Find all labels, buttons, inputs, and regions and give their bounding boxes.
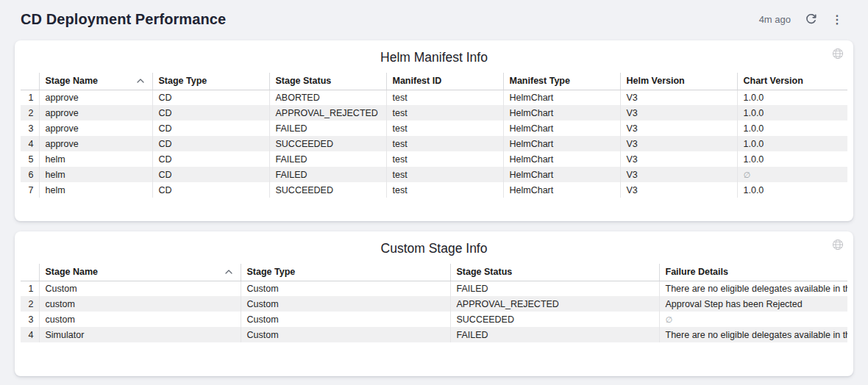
table-cell: FAILED bbox=[450, 281, 659, 296]
table-cell: V3 bbox=[620, 167, 737, 182]
table-cell: V3 bbox=[620, 90, 737, 105]
null-value-glyph: ∅ bbox=[666, 315, 673, 324]
table-cell: 1.0.0 bbox=[737, 136, 847, 151]
table-cell: 1.0.0 bbox=[737, 90, 847, 105]
kebab-menu-icon[interactable]: ⋮ bbox=[831, 14, 843, 26]
table-cell: V3 bbox=[620, 105, 737, 120]
column-header-label: Stage Name bbox=[46, 76, 99, 86]
column-header-helm-version[interactable]: Helm Version bbox=[620, 73, 737, 90]
table-cell: CD bbox=[152, 182, 269, 198]
table-cell: test bbox=[386, 136, 503, 151]
table-cell: SUCCEEDED bbox=[450, 312, 659, 327]
table-cell: SUCCEEDED bbox=[269, 136, 386, 151]
table-cell: 1.0.0 bbox=[737, 105, 847, 120]
table-cell: test bbox=[386, 167, 503, 182]
globe-icon[interactable] bbox=[832, 239, 844, 253]
header-actions: 4m ago ⋮ bbox=[759, 13, 843, 26]
table-cell: test bbox=[386, 105, 503, 120]
refresh-icon[interactable] bbox=[805, 13, 817, 26]
table-cell: helm bbox=[39, 167, 152, 182]
column-header-label: Stage Status bbox=[276, 76, 332, 86]
table-row: 4SimulatorCustomFAILEDThere are no eligi… bbox=[21, 327, 847, 342]
null-value-glyph: ∅ bbox=[744, 170, 751, 179]
column-header-label: Manifest Type bbox=[510, 76, 570, 86]
table-cell: HelmChart bbox=[503, 167, 620, 182]
table-cell: CD bbox=[152, 90, 269, 105]
table-row: 2approveCDAPPROVAL_REJECTEDtestHelmChart… bbox=[21, 105, 847, 120]
table-cell: CD bbox=[152, 151, 269, 167]
column-header-label: Stage Status bbox=[457, 267, 513, 277]
row-number: 3 bbox=[21, 312, 39, 327]
table-cell: Custom bbox=[241, 296, 450, 312]
table-cell: FAILED bbox=[269, 120, 386, 136]
column-header-stage-name[interactable]: Stage Name bbox=[39, 73, 152, 90]
table-cell: HelmChart bbox=[503, 182, 620, 198]
table-row: 6helmCDFAILEDtestHelmChartV3∅ bbox=[21, 167, 847, 182]
column-header-chart-version[interactable]: Chart Version bbox=[737, 73, 847, 90]
table-cell: Custom bbox=[241, 281, 450, 296]
column-header-manifest-id[interactable]: Manifest ID bbox=[386, 73, 503, 90]
table-row: 1CustomCustomFAILEDThere are no eligible… bbox=[21, 281, 847, 296]
column-header-label: Stage Type bbox=[159, 76, 207, 86]
table-cell: test bbox=[386, 151, 503, 167]
custom-stage-info-tile: Custom Stage Info Stage NameStage TypeSt… bbox=[15, 231, 853, 376]
table-cell: V3 bbox=[620, 151, 737, 167]
table-cell: ∅ bbox=[659, 312, 847, 327]
row-number: 1 bbox=[21, 281, 39, 296]
sort-asc-icon bbox=[225, 270, 232, 274]
row-number: 7 bbox=[21, 182, 39, 198]
helm-manifest-table: Stage NameStage TypeStage StatusManifest… bbox=[21, 73, 847, 198]
table-cell: CD bbox=[152, 167, 269, 182]
column-header-stage-status[interactable]: Stage Status bbox=[269, 73, 386, 90]
column-header-stage-type[interactable]: Stage Type bbox=[241, 264, 450, 281]
column-header-stage-name[interactable]: Stage Name bbox=[39, 264, 241, 281]
table-cell: Custom bbox=[39, 281, 241, 296]
table-cell: FAILED bbox=[269, 151, 386, 167]
row-number: 5 bbox=[21, 151, 39, 167]
table-cell: helm bbox=[39, 151, 152, 167]
table-cell: HelmChart bbox=[503, 151, 620, 167]
column-header-label: Stage Name bbox=[46, 267, 99, 277]
row-number: 1 bbox=[21, 90, 39, 105]
row-number: 6 bbox=[21, 167, 39, 182]
row-number: 3 bbox=[21, 120, 39, 136]
column-header-label: Manifest ID bbox=[393, 76, 442, 86]
table-row: 4approveCDSUCCEEDEDtestHelmChartV31.0.0 bbox=[21, 136, 847, 151]
row-number: 2 bbox=[21, 105, 39, 120]
table-cell: Approval Step has been Rejected bbox=[659, 296, 847, 312]
row-number: 2 bbox=[21, 296, 39, 312]
table-cell: HelmChart bbox=[503, 120, 620, 136]
table-cell: FAILED bbox=[269, 167, 386, 182]
table-row: 1approveCDABORTEDtestHelmChartV31.0.0 bbox=[21, 90, 847, 105]
table-cell: 1.0.0 bbox=[737, 151, 847, 167]
table-cell: test bbox=[386, 90, 503, 105]
row-number: 4 bbox=[21, 136, 39, 151]
table-row: 3approveCDFAILEDtestHelmChartV31.0.0 bbox=[21, 120, 847, 136]
column-header-stage-status[interactable]: Stage Status bbox=[450, 264, 659, 281]
column-header-manifest-type[interactable]: Manifest Type bbox=[503, 73, 620, 90]
column-header-failure-details[interactable]: Failure Details bbox=[659, 264, 847, 281]
column-header-stage-type[interactable]: Stage Type bbox=[152, 73, 269, 90]
tile-title: Helm Manifest Info bbox=[15, 40, 853, 73]
row-number: 4 bbox=[21, 327, 39, 342]
column-header-label: Chart Version bbox=[744, 76, 803, 86]
table-cell: approve bbox=[39, 136, 152, 151]
tile-title: Custom Stage Info bbox=[15, 231, 853, 264]
page-title: CD Deployment Performance bbox=[21, 11, 226, 28]
helm-manifest-info-tile: Helm Manifest Info Stage NameStage TypeS… bbox=[15, 40, 853, 221]
table-cell: CD bbox=[152, 136, 269, 151]
table-cell: Custom bbox=[241, 327, 450, 342]
table-header-row: Stage NameStage TypeStage StatusFailure … bbox=[21, 264, 847, 281]
table-header-row: Stage NameStage TypeStage StatusManifest… bbox=[21, 73, 847, 90]
table-cell: HelmChart bbox=[503, 105, 620, 120]
globe-icon[interactable] bbox=[832, 48, 844, 62]
table-cell: APPROVAL_REJECTED bbox=[450, 296, 659, 312]
column-header-label: Stage Type bbox=[247, 267, 296, 277]
table-cell: CD bbox=[152, 105, 269, 120]
custom-stage-table: Stage NameStage TypeStage StatusFailure … bbox=[21, 264, 847, 342]
sort-asc-icon bbox=[137, 79, 144, 83]
table-row: 3customCustomSUCCEEDED∅ bbox=[21, 312, 847, 327]
last-updated-label: 4m ago bbox=[759, 14, 791, 25]
table-cell: CD bbox=[152, 120, 269, 136]
column-header-label: Failure Details bbox=[666, 267, 728, 277]
